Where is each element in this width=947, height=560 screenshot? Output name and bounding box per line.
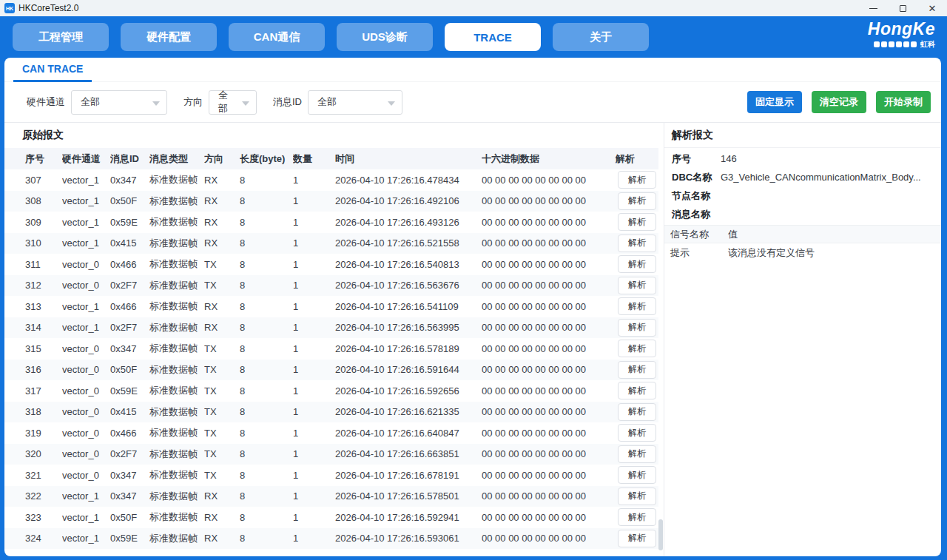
pin-display-button[interactable]: 固定显示 (747, 91, 802, 113)
col-msgid: 消息ID (110, 148, 149, 169)
cell-type: 标准数据帧 (149, 169, 204, 191)
maximize-button[interactable] (888, 0, 917, 16)
parse-button[interactable]: 解析 (618, 340, 656, 357)
cell-type: 标准数据帧 (149, 444, 204, 465)
parse-button[interactable]: 解析 (618, 192, 656, 210)
cell-seq: 314 (4, 317, 62, 339)
parse-button[interactable]: 解析 (618, 361, 656, 379)
table-row[interactable]: 317 vector_0 0x59E 标准数据帧 TX 8 1 2026-04-… (4, 380, 658, 402)
table-row[interactable]: 323 vector_1 0x50F 标准数据帧 RX 8 1 2026-04-… (4, 507, 658, 528)
parse-button[interactable]: 解析 (618, 277, 656, 294)
msgid-select[interactable]: 全部 (308, 90, 402, 115)
cell-type: 标准数据帧 (149, 212, 204, 233)
table-row[interactable]: 314 vector_1 0x2F7 标准数据帧 RX 8 1 2026-04-… (4, 317, 658, 339)
parse-button[interactable]: 解析 (618, 319, 656, 337)
cell-hex: 00 00 00 00 00 00 00 00 (482, 422, 616, 444)
cell-seq: 310 (4, 233, 62, 254)
cell-hex: 00 00 00 00 00 00 00 00 (482, 191, 616, 212)
minimize-button[interactable] (858, 0, 888, 16)
direction-select[interactable]: 全部 (209, 90, 257, 115)
table-row[interactable]: 318 vector_0 0x415 标准数据帧 TX 8 1 2026-04-… (4, 402, 658, 423)
table-row[interactable]: 322 vector_1 0x347 标准数据帧 RX 8 1 2026-04-… (4, 486, 658, 507)
cell-parse: 解析 (616, 444, 658, 465)
cell-length: 8 (240, 444, 293, 465)
cell-dir: TX (204, 338, 240, 360)
cell-count: 1 (293, 444, 335, 465)
parse-button[interactable]: 解析 (618, 488, 656, 505)
col-time: 时间 (335, 148, 482, 169)
nav-item-can[interactable]: CAN通信 (229, 23, 325, 51)
cell-parse: 解析 (616, 528, 658, 550)
cell-hex: 00 00 00 00 00 00 00 00 (482, 465, 616, 486)
nav-item-hardware[interactable]: 硬件配置 (121, 23, 217, 51)
cell-hex: 00 00 00 00 00 00 00 00 (482, 507, 616, 528)
cell-channel: vector_1 (62, 191, 110, 212)
parse-button[interactable]: 解析 (618, 508, 656, 526)
scrollbar-thumb[interactable] (658, 519, 663, 550)
parse-button[interactable]: 解析 (618, 445, 656, 463)
table-row[interactable]: 319 vector_0 0x466 标准数据帧 TX 8 1 2026-04-… (4, 422, 658, 444)
close-button[interactable]: ✕ (917, 0, 947, 16)
cell-length: 8 (240, 296, 293, 317)
parse-button[interactable]: 解析 (618, 213, 656, 231)
cell-length: 8 (240, 402, 293, 423)
cell-channel: vector_1 (62, 317, 110, 339)
parse-button[interactable]: 解析 (618, 171, 656, 189)
cell-type: 标准数据帧 (149, 338, 204, 360)
table-row[interactable]: 311 vector_0 0x466 标准数据帧 TX 8 1 2026-04-… (4, 254, 658, 275)
table-row[interactable]: 307 vector_1 0x347 标准数据帧 RX 8 1 2026-04-… (4, 169, 658, 191)
table-row[interactable]: 316 vector_0 0x50F 标准数据帧 TX 8 1 2026-04-… (4, 360, 658, 381)
channel-select[interactable]: 全部 (71, 90, 167, 115)
cell-time: 2026-04-10 17:26:16.541109 (335, 296, 482, 317)
nav-item-trace[interactable]: TRACE (445, 23, 541, 51)
field-node: 节点名称 (664, 186, 941, 205)
nav-item-project[interactable]: 工程管理 (13, 23, 109, 51)
raw-messages-panel: 原始报文 序号 硬件通道 消息ID 消息类型 方向 长度(byte) 数量 (4, 123, 664, 556)
cell-type: 标准数据帧 (149, 233, 204, 254)
signal-row-name: 提示 (670, 246, 728, 260)
parse-button[interactable]: 解析 (618, 255, 656, 273)
parsed-fields: 序号 146 DBC名称 G3_Vehicle_CANcommunication… (664, 148, 941, 223)
raw-messages-table: 序号 硬件通道 消息ID 消息类型 方向 长度(byte) 数量 时间 十六进制… (4, 148, 658, 549)
vertical-scrollbar[interactable] (658, 149, 663, 555)
cell-dir: TX (204, 444, 240, 465)
table-row[interactable]: 324 vector_1 0x59E 标准数据帧 RX 8 1 2026-04-… (4, 528, 658, 550)
nav-item-about[interactable]: 关于 (553, 23, 649, 51)
chevron-down-icon (242, 101, 249, 106)
start-record-button[interactable]: 开始录制 (876, 91, 931, 113)
cell-count: 1 (293, 317, 335, 339)
table-row[interactable]: 309 vector_1 0x59E 标准数据帧 RX 8 1 2026-04-… (4, 212, 658, 233)
cell-count: 1 (293, 528, 335, 550)
cell-dir: TX (204, 422, 240, 444)
parse-button[interactable]: 解析 (618, 403, 656, 421)
cell-dir: TX (204, 402, 240, 423)
table-row[interactable]: 315 vector_0 0x347 标准数据帧 TX 8 1 2026-04-… (4, 338, 658, 360)
table-row[interactable]: 308 vector_1 0x50F 标准数据帧 RX 8 1 2026-04-… (4, 191, 658, 212)
table-row[interactable]: 310 vector_1 0x415 标准数据帧 RX 8 1 2026-04-… (4, 233, 658, 254)
parse-button[interactable]: 解析 (618, 530, 656, 547)
cell-channel: vector_0 (62, 360, 110, 381)
tab-can-trace[interactable]: CAN TRACE (13, 58, 92, 82)
cell-msgid: 0x466 (110, 296, 149, 317)
cell-msgid: 0x347 (110, 465, 149, 486)
parse-button[interactable]: 解析 (618, 466, 656, 484)
nav-item-uds[interactable]: UDS诊断 (337, 23, 433, 51)
cell-time: 2026-04-10 17:26:16.521558 (335, 233, 482, 254)
parse-button[interactable]: 解析 (618, 297, 656, 315)
parse-button[interactable]: 解析 (618, 382, 656, 399)
parse-button[interactable]: 解析 (618, 235, 656, 252)
minimize-icon (869, 8, 877, 9)
table-row[interactable]: 313 vector_1 0x466 标准数据帧 RX 8 1 2026-04-… (4, 296, 658, 317)
table-row[interactable]: 320 vector_0 0x2F7 标准数据帧 TX 8 1 2026-04-… (4, 444, 658, 465)
parse-button[interactable]: 解析 (618, 424, 656, 442)
clear-records-button[interactable]: 清空记录 (812, 91, 866, 113)
cell-type: 标准数据帧 (149, 275, 204, 297)
nav-bar: 工程管理 硬件配置 CAN通信 UDS诊断 TRACE 关于 HongKe 虹科 (0, 16, 947, 58)
cell-time: 2026-04-10 17:26:16.663851 (335, 444, 482, 465)
cell-parse: 解析 (616, 360, 658, 381)
cell-seq: 321 (4, 465, 62, 486)
app-icon: HK (4, 3, 15, 13)
cell-channel: vector_0 (62, 254, 110, 275)
table-row[interactable]: 321 vector_0 0x347 标准数据帧 TX 8 1 2026-04-… (4, 465, 658, 486)
table-row[interactable]: 312 vector_0 0x2F7 标准数据帧 TX 8 1 2026-04-… (4, 275, 658, 297)
